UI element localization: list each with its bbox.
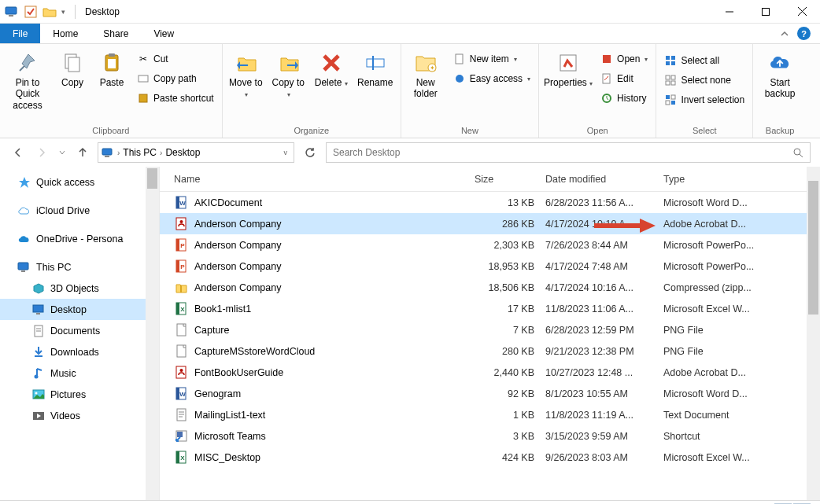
close-button[interactable]: [784, 0, 820, 24]
file-row[interactable]: XMISC_Desktop424 KB9/26/2023 8:03 AMMicr…: [160, 447, 820, 468]
pin-to-quick-access-button[interactable]: Pin to Quick access: [5, 47, 50, 111]
maximize-button[interactable]: [748, 0, 784, 24]
folder-icon: [42, 5, 57, 19]
file-row[interactable]: Anderson Company18,506 KB4/17/2024 10:16…: [160, 277, 820, 298]
refresh-button[interactable]: [301, 147, 320, 159]
file-date: 6/28/2023 11:56 A...: [545, 197, 663, 208]
file-row[interactable]: FontBookUserGuide2,440 KB10/27/2023 12:4…: [160, 362, 820, 383]
file-row[interactable]: PAnderson Company2,303 KB7/26/2023 8:44 …: [160, 234, 820, 256]
address-box[interactable]: › This PC › Desktop v: [98, 142, 294, 163]
paste-button[interactable]: Paste: [94, 47, 129, 88]
paste-shortcut-button[interactable]: Paste shortcut: [134, 90, 217, 107]
sidebar-pictures[interactable]: Pictures: [0, 384, 159, 405]
move-to-button[interactable]: Move to ▾: [227, 47, 265, 100]
help-icon[interactable]: ?: [797, 27, 811, 40]
breadcrumb-root[interactable]: This PC: [123, 147, 157, 158]
file-name: Capture: [194, 325, 475, 336]
minimize-button[interactable]: [711, 0, 748, 24]
column-name[interactable]: Name: [174, 174, 475, 185]
file-type: Adobe Acrobat D...: [663, 219, 820, 230]
collapse-ribbon-icon[interactable]: [780, 29, 789, 39]
file-type: Microsoft PowerPo...: [663, 261, 820, 272]
sidebar-scrollbar[interactable]: [146, 167, 159, 500]
edit-button[interactable]: Edit: [597, 70, 651, 87]
search-icon[interactable]: [792, 147, 803, 158]
sidebar-icloud[interactable]: iCloud Drive: [0, 200, 159, 221]
cloud-icon: [17, 232, 31, 245]
file-row[interactable]: WGenogram92 KB8/1/2023 10:55 AMMicrosoft…: [160, 383, 820, 404]
column-size[interactable]: Size: [475, 174, 545, 185]
chevron-right-icon[interactable]: ›: [160, 149, 162, 157]
sidebar-downloads[interactable]: Downloads: [0, 341, 159, 362]
svg-rect-43: [18, 263, 28, 270]
word-icon: W: [174, 387, 188, 401]
back-button[interactable]: [9, 144, 27, 161]
column-type[interactable]: Type: [663, 174, 820, 185]
svg-rect-34: [671, 81, 675, 85]
copy-button[interactable]: Copy: [55, 47, 90, 88]
file-row[interactable]: Capture7 KB6/28/2023 12:59 PMPNG File: [160, 319, 820, 340]
file-row[interactable]: MailingList1-text1 KB11/8/2023 11:19 A..…: [160, 404, 820, 425]
copy-icon: [60, 50, 85, 75]
sidebar-quick-access[interactable]: Quick access: [0, 171, 159, 193]
tab-share[interactable]: Share: [90, 24, 141, 43]
tab-home[interactable]: Home: [40, 24, 90, 43]
recent-locations-button[interactable]: [57, 144, 68, 161]
tab-view[interactable]: View: [141, 24, 187, 43]
invert-selection-button[interactable]: Invert selection: [661, 91, 748, 109]
history-icon: [600, 92, 613, 105]
svg-rect-17: [367, 59, 384, 67]
file-row[interactable]: XBook1-mlist117 KB11/8/2023 11:06 A...Mi…: [160, 298, 820, 319]
file-size: 424 KB: [475, 452, 545, 463]
svg-rect-61: [176, 239, 179, 251]
column-date[interactable]: Date modified: [545, 174, 663, 185]
new-item-button[interactable]: New item▾: [450, 50, 534, 68]
file-row[interactable]: CaptureMSstoreWordCloud280 KB9/21/2023 1…: [160, 340, 820, 362]
sidebar-3d-objects[interactable]: 3D Objects: [0, 278, 159, 299]
address-dropdown-icon[interactable]: v: [281, 149, 291, 156]
tab-file[interactable]: File: [0, 24, 40, 43]
start-backup-button[interactable]: Start backup: [758, 47, 802, 100]
select-all-button[interactable]: Select all: [661, 52, 748, 69]
content-scrollbar[interactable]: [807, 167, 820, 500]
delete-button[interactable]: Delete ▾: [312, 47, 350, 88]
sidebar-onedrive[interactable]: OneDrive - Persona: [0, 228, 159, 249]
select-none-button[interactable]: Select none: [661, 72, 748, 89]
rename-icon: [363, 50, 388, 75]
easy-access-button[interactable]: Easy access▾: [450, 70, 534, 87]
cut-button[interactable]: ✂Cut: [134, 50, 217, 68]
videos-icon: [31, 409, 45, 422]
monitor-icon: [102, 148, 114, 158]
sidebar-desktop[interactable]: Desktop: [0, 299, 159, 320]
copy-path-button[interactable]: Copy path: [134, 70, 217, 87]
sidebar-this-pc[interactable]: This PC: [0, 256, 159, 278]
sidebar-videos[interactable]: Videos: [0, 405, 159, 426]
copy-to-button[interactable]: Copy to ▾: [270, 47, 308, 100]
file-row[interactable]: WAKICDocument13 KB6/28/2023 11:56 A...Mi…: [160, 192, 820, 213]
ribbon: Pin to Quick access Copy Paste ✂Cut Copy…: [0, 44, 820, 138]
svg-text:P: P: [180, 263, 185, 270]
file-row[interactable]: Anderson Company286 KB4/17/2024 10:19 A.…: [160, 213, 820, 234]
properties-button[interactable]: Properties ▾: [544, 47, 593, 88]
breadcrumb-leaf[interactable]: Desktop: [165, 147, 200, 158]
up-button[interactable]: [74, 144, 91, 161]
download-icon: [31, 345, 45, 359]
column-headers[interactable]: Name Size Date modified Type: [160, 167, 820, 192]
search-box[interactable]: [326, 142, 811, 163]
history-button[interactable]: History: [597, 90, 651, 107]
file-name: FontBookUserGuide: [194, 367, 475, 378]
svg-rect-4: [763, 8, 770, 15]
sidebar-documents[interactable]: Documents: [0, 320, 159, 341]
open-button[interactable]: Open▾: [597, 50, 651, 68]
forward-button[interactable]: [33, 144, 50, 161]
file-row[interactable]: PAnderson Company18,953 KB4/17/2024 7:48…: [160, 256, 820, 277]
file-row[interactable]: Microsoft Teams3 KB3/15/2023 9:59 AMShor…: [160, 425, 820, 447]
qat-dropdown-icon[interactable]: ▾: [61, 8, 65, 16]
checkbox-icon[interactable]: [24, 5, 38, 19]
sidebar-music[interactable]: Music: [0, 362, 159, 384]
new-folder-button[interactable]: ✦ New folder: [406, 47, 445, 100]
rename-button[interactable]: Rename: [355, 47, 396, 88]
chevron-right-icon[interactable]: ›: [117, 149, 120, 157]
file-list-pane: Name Size Date modified Type WAKICDocume…: [160, 167, 820, 500]
search-input[interactable]: [333, 147, 792, 158]
